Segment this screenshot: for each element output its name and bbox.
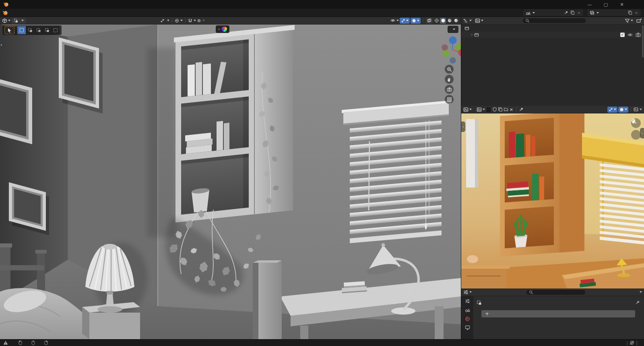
properties-editor: + xyxy=(461,288,644,339)
shading-material-button[interactable] xyxy=(446,18,452,24)
fake-user-shield-icon[interactable] xyxy=(492,107,497,112)
collection-row[interactable]: › ✓ xyxy=(461,31,644,38)
hide-eye-icon[interactable] xyxy=(627,32,633,37)
pin-icon[interactable] xyxy=(635,300,640,305)
overlays-icon xyxy=(412,19,416,23)
editor-type-outliner-icon[interactable] xyxy=(463,18,469,23)
options-dropdown[interactable] xyxy=(448,26,458,33)
display-channels-dropdown[interactable] xyxy=(634,107,642,112)
new-view-layer-icon[interactable] xyxy=(628,10,632,15)
editor-type-3d-icon[interactable] xyxy=(2,18,7,23)
scene-selector[interactable] xyxy=(523,9,583,16)
editor-type-properties-icon[interactable] xyxy=(463,290,469,295)
filter-funnel-icon[interactable] xyxy=(625,18,630,23)
select-cursor-icon xyxy=(7,28,12,33)
collapse-chevron-icon[interactable]: › xyxy=(469,32,475,37)
shading-rendered-button[interactable] xyxy=(453,18,459,24)
tab-render-icon[interactable] xyxy=(465,307,470,313)
new-scene-icon[interactable] xyxy=(570,10,575,15)
proportional-edit-toggle[interactable] xyxy=(197,19,205,23)
pan-hand-button[interactable] xyxy=(445,75,454,84)
zoom-button[interactable] xyxy=(445,65,454,74)
image-datablock-icon[interactable] xyxy=(477,107,482,112)
network-offline-icon xyxy=(630,340,634,345)
maximize-button[interactable]: ▢ xyxy=(598,0,613,8)
scene-statistics: | | xyxy=(625,340,641,346)
open-image-folder-icon[interactable] xyxy=(504,107,508,112)
outliner-search[interactable] xyxy=(522,18,586,24)
mode-dropdown[interactable] xyxy=(11,18,26,24)
display-mode-icon[interactable] xyxy=(475,18,480,23)
sidebar-collapse-arrow[interactable]: ‹ xyxy=(640,128,644,138)
search-icon xyxy=(525,19,530,23)
window-controls: — ▢ ✕ xyxy=(582,0,641,8)
add-workspace-button[interactable] xyxy=(13,12,19,13)
image-name-field[interactable] xyxy=(486,107,491,113)
collapsed-operator-panel[interactable]: › xyxy=(216,25,229,33)
visibility-dropdown[interactable] xyxy=(390,18,399,23)
close-button[interactable]: ✕ xyxy=(614,0,630,8)
object-data-icon xyxy=(477,300,482,305)
scene-collection-row[interactable] xyxy=(461,25,644,31)
shading-wireframe-button[interactable] xyxy=(433,18,440,24)
outliner-search-input[interactable] xyxy=(531,18,576,23)
tool-settings-overlay xyxy=(2,25,62,35)
expand-chevron-icon: › xyxy=(218,27,220,32)
select-mode-invert[interactable] xyxy=(43,26,51,34)
toolbar-expand-arrow[interactable]: › xyxy=(461,122,465,132)
xray-toggle[interactable] xyxy=(426,18,433,24)
pin-icon[interactable] xyxy=(564,10,568,15)
object-mode-icon xyxy=(14,19,18,23)
image-editor-canvas[interactable]: ‹ › xyxy=(461,113,644,288)
select-mode-subtract[interactable] xyxy=(34,26,43,34)
image-editor-buttons xyxy=(631,118,641,140)
active-tool-select-box[interactable] xyxy=(4,26,14,34)
outliner-scrollbar[interactable] xyxy=(642,25,644,58)
properties-header xyxy=(461,288,644,296)
xray-icon xyxy=(427,19,431,23)
hint-rotate-view xyxy=(31,340,36,345)
select-mode-intersect[interactable] xyxy=(51,26,60,34)
collection-checkbox[interactable]: ✓ xyxy=(620,33,625,37)
outliner-editor: › ✓ xyxy=(461,17,644,106)
bookshelf xyxy=(174,25,295,223)
pivot-point-dropdown[interactable] xyxy=(175,19,183,23)
image-editor-header xyxy=(461,106,644,113)
add-modifier-button[interactable]: + xyxy=(481,310,635,317)
view-layer-selector[interactable] xyxy=(587,9,641,16)
image-gizmo-toggle[interactable] xyxy=(607,107,617,113)
viewport-canvas[interactable]: › › xyxy=(0,25,461,339)
tab-output-icon[interactable] xyxy=(465,325,470,330)
show-overlays-toggle[interactable] xyxy=(411,18,421,24)
show-gizmo-toggle[interactable] xyxy=(400,18,410,24)
image-overlays-toggle[interactable] xyxy=(618,107,628,113)
select-mode-extend[interactable] xyxy=(26,26,34,34)
image-pan-hand-button[interactable] xyxy=(631,130,641,140)
editor-type-image-icon[interactable] xyxy=(463,107,469,112)
shading-solid-button[interactable] xyxy=(440,18,446,24)
snap-toggle[interactable] xyxy=(188,19,196,23)
disable-render-icon[interactable] xyxy=(636,32,641,37)
properties-search-input[interactable] xyxy=(535,290,579,295)
pin-icon[interactable] xyxy=(519,107,524,112)
orthographic-grid-button[interactable] xyxy=(445,95,454,104)
tab-world-icon[interactable] xyxy=(465,316,470,321)
new-collection-icon[interactable] xyxy=(636,18,642,23)
delete-scene-icon[interactable] xyxy=(577,11,581,15)
properties-options-caret[interactable] xyxy=(640,291,642,293)
duplicate-image-icon[interactable] xyxy=(498,107,503,112)
select-mode-new[interactable] xyxy=(17,26,26,34)
tab-tool-icon[interactable] xyxy=(465,299,470,304)
toolbar-expand-chevron[interactable]: › xyxy=(0,42,2,47)
camera-view-button[interactable] xyxy=(445,85,454,94)
unlink-x-icon[interactable] xyxy=(509,107,514,112)
properties-search[interactable] xyxy=(526,289,586,295)
delete-view-layer-icon[interactable] xyxy=(634,11,638,15)
viewport-3d-editor: › › xyxy=(0,17,461,339)
search-icon xyxy=(529,290,533,295)
orientation-icon xyxy=(160,19,165,23)
minimize-button[interactable]: — xyxy=(582,0,597,8)
viewport-side-buttons xyxy=(445,65,454,104)
transform-orientation-dropdown[interactable] xyxy=(160,19,169,23)
blender-menu-icon[interactable] xyxy=(2,10,8,16)
